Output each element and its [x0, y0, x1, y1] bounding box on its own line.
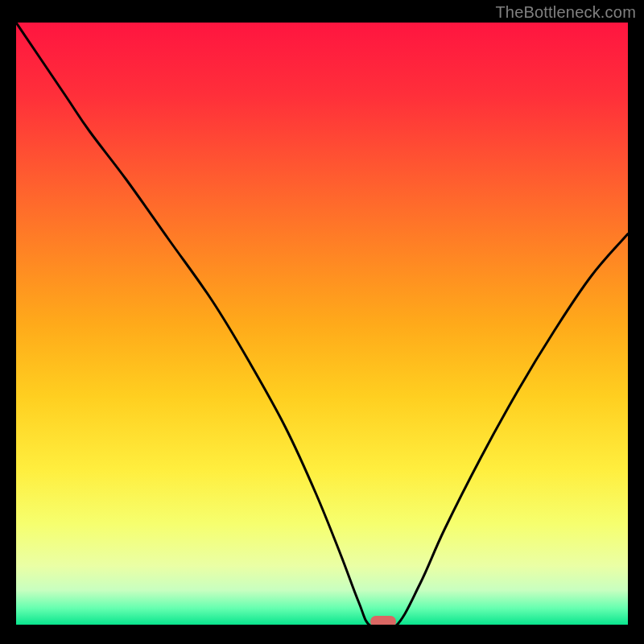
watermark-text: TheBottleneck.com	[495, 3, 636, 22]
x-axis-baseline	[16, 625, 628, 626]
plot-area	[16, 23, 628, 626]
chart-frame: TheBottleneck.com	[0, 0, 644, 644]
bottleneck-curve	[16, 23, 628, 626]
